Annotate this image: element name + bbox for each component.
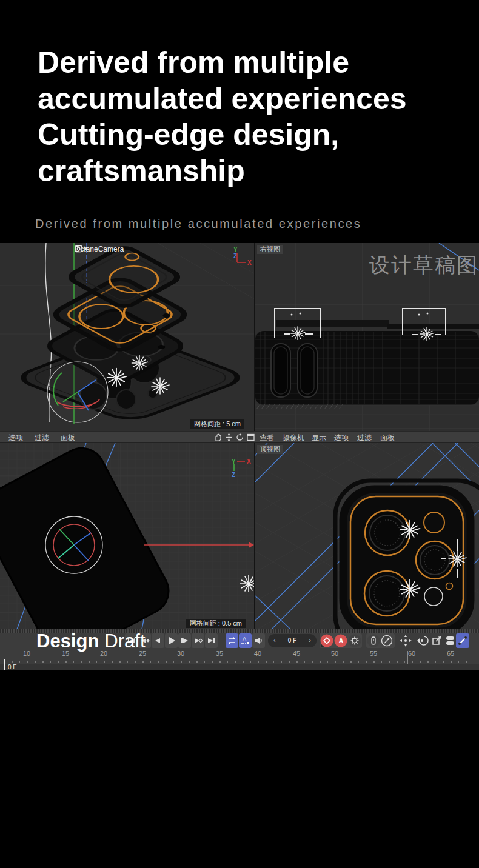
grid-spacing-badge: 网格间距 : 0.5 cm xyxy=(186,619,246,628)
viewport-menubar: 选项 过滤 面板 查看 摄像机 显示 选项 过滤 面板 xyxy=(0,431,479,443)
watermark-text: 设计草稿图 xyxy=(369,252,478,279)
ruler-65[interactable]: 65 xyxy=(443,650,458,657)
menu-filter-left[interactable]: 过滤 xyxy=(35,433,49,443)
menu-options-left[interactable]: 选项 xyxy=(8,433,23,443)
axis-gizmo: Y X Z xyxy=(229,456,253,478)
axis-y: Y xyxy=(233,246,238,253)
axis-gizmo: Y Z X xyxy=(232,245,253,267)
svg-text:X: X xyxy=(247,458,251,465)
svg-text:Y: Y xyxy=(232,458,236,465)
menu-panel-right[interactable]: 面板 xyxy=(380,433,395,443)
frame-increment[interactable]: › xyxy=(309,636,311,644)
menu-view[interactable]: 查看 xyxy=(260,433,274,443)
ruler-30[interactable]: 30 xyxy=(173,650,189,657)
ruler-35[interactable]: 35 xyxy=(212,650,227,657)
frame-field[interactable]: ‹ 0 F › xyxy=(268,634,317,647)
keyframe-button-group: A xyxy=(320,633,362,648)
mode-button-group xyxy=(366,633,395,648)
3d-editor: OctaneCamera Y Z X 网格间距 : 5 cm xyxy=(0,243,479,629)
tool-icon-row[interactable] xyxy=(399,633,455,648)
pan-hand-icon[interactable] xyxy=(213,433,223,442)
ruler-60[interactable]: 60 xyxy=(404,650,420,657)
viewport-perspective[interactable]: OctaneCamera Y Z X 网格间距 : 5 cm xyxy=(0,243,254,431)
goto-end-button[interactable] xyxy=(205,633,218,648)
autokey-mode-button[interactable]: A xyxy=(239,633,252,648)
menu-panel-left[interactable]: 面板 xyxy=(61,433,75,443)
grid-spacing-badge: 网格间距 : 5 cm xyxy=(190,419,244,429)
svg-text:A: A xyxy=(339,637,344,644)
render-toggle-button[interactable] xyxy=(456,633,469,648)
design-draft-caption: DesignDraft xyxy=(36,630,146,652)
current-frame-row xyxy=(0,664,479,670)
axis-x: X xyxy=(247,259,252,266)
next-frame-button[interactable] xyxy=(178,633,191,648)
page-title: Derived from multipleaccumulated experie… xyxy=(38,45,407,189)
page-subtitle: Derived from multiple accumulated experi… xyxy=(35,217,361,231)
camera-label[interactable]: OctaneCamera xyxy=(75,245,124,253)
viewport-right[interactable]: 右视图 设计草稿图 xyxy=(255,243,479,431)
axis-z: Z xyxy=(233,253,237,259)
ruler-55[interactable]: 55 xyxy=(366,650,381,657)
maximize-icon[interactable] xyxy=(246,433,255,442)
ruler-45[interactable]: 45 xyxy=(289,650,304,657)
ruler-10[interactable]: 10 xyxy=(19,650,35,657)
svg-text:Z: Z xyxy=(232,472,235,478)
viewport-top[interactable]: 顶视图 xyxy=(255,443,479,629)
menu-camera[interactable]: 摄像机 xyxy=(283,433,304,443)
loop-playback-button[interactable] xyxy=(226,633,238,648)
viewport-front[interactable]: Y X Z 网格间距 : 0.5 cm xyxy=(0,443,254,629)
move-icon[interactable] xyxy=(224,433,233,442)
menu-options-right[interactable]: 选项 xyxy=(334,433,349,443)
viewport-label-top[interactable]: 顶视图 xyxy=(257,445,283,454)
svg-text:A: A xyxy=(243,636,246,642)
play-button[interactable] xyxy=(165,633,178,648)
menu-filter-right[interactable]: 过滤 xyxy=(357,433,372,443)
current-frame-label: 0 F xyxy=(8,664,16,670)
sound-button[interactable] xyxy=(252,633,265,648)
prev-frame-button[interactable] xyxy=(152,633,164,648)
next-key-button[interactable] xyxy=(192,633,204,648)
menu-display[interactable]: 显示 xyxy=(312,433,326,443)
camera-icon xyxy=(75,245,88,253)
ruler-ticks xyxy=(4,661,474,663)
rotate-icon[interactable] xyxy=(235,433,244,442)
ruler-50[interactable]: 50 xyxy=(327,650,343,657)
playhead[interactable] xyxy=(4,659,5,670)
ruler-40[interactable]: 40 xyxy=(250,650,266,657)
viewport-label-right[interactable]: 右视图 xyxy=(257,245,283,254)
